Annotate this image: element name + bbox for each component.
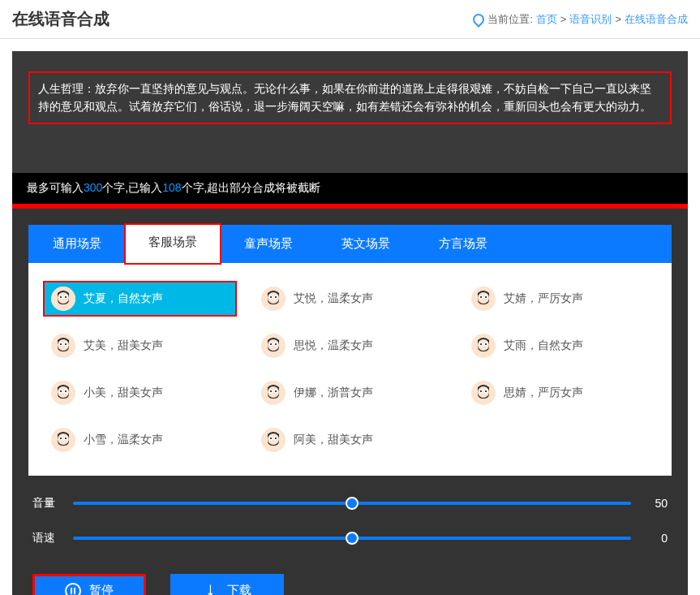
page-title: 在线语音合成 bbox=[12, 8, 110, 30]
volume-slider[interactable] bbox=[73, 502, 631, 505]
breadcrumb-category[interactable]: 语音识别 bbox=[569, 12, 612, 27]
speed-slider-row: 语速 0 bbox=[32, 531, 668, 545]
breadcrumb-current[interactable]: 在线语音合成 bbox=[625, 12, 688, 27]
svg-point-5 bbox=[65, 296, 67, 298]
voice-option-3[interactable]: 艾美，甜美女声 bbox=[43, 328, 237, 364]
text-input-area[interactable]: 人生哲理：放弃你一直坚持的意见与观点。无论什么事，如果在你前进的道路上走得很艰难… bbox=[12, 51, 688, 173]
avatar-icon bbox=[261, 287, 286, 311]
tab-dialect[interactable]: 方言场景 bbox=[414, 225, 512, 263]
tab-child[interactable]: 童声场景 bbox=[220, 225, 317, 263]
speed-thumb[interactable] bbox=[346, 532, 359, 545]
download-button[interactable]: ⭳ 下载 bbox=[170, 574, 284, 595]
voice-label: 艾美，甜美女声 bbox=[84, 338, 163, 353]
svg-point-59 bbox=[65, 438, 67, 439]
svg-point-23 bbox=[65, 343, 67, 345]
svg-point-29 bbox=[275, 343, 277, 345]
tab-service[interactable]: 客服场景 bbox=[124, 223, 221, 265]
volume-label: 音量 bbox=[32, 496, 61, 511]
tab-english[interactable]: 英文场景 bbox=[317, 225, 414, 263]
voice-option-0[interactable]: 艾夏，自然女声 bbox=[43, 281, 237, 317]
svg-point-52 bbox=[480, 390, 482, 392]
speed-label: 语速 bbox=[32, 531, 61, 545]
pause-button[interactable]: 暂停 bbox=[32, 574, 146, 595]
avatar-icon bbox=[261, 428, 286, 452]
volume-value: 50 bbox=[643, 497, 668, 510]
voice-option-8[interactable]: 思婧，严厉女声 bbox=[463, 375, 657, 411]
avatar-icon bbox=[51, 381, 75, 405]
voice-label: 思婧，严厉女声 bbox=[504, 386, 583, 400]
avatar-icon bbox=[471, 381, 496, 405]
current-chars: 108 bbox=[162, 181, 181, 194]
svg-point-10 bbox=[270, 296, 272, 298]
voice-option-7[interactable]: 伊娜，浙普女声 bbox=[253, 375, 447, 411]
svg-point-4 bbox=[60, 296, 62, 298]
location-icon bbox=[470, 11, 487, 28]
voice-label: 思悦，温柔女声 bbox=[294, 338, 373, 353]
avatar-icon bbox=[261, 381, 286, 405]
voice-label: 阿美，甜美女声 bbox=[294, 433, 373, 447]
svg-point-46 bbox=[270, 390, 272, 392]
svg-point-22 bbox=[60, 343, 62, 345]
voice-label: 艾悦，温柔女声 bbox=[294, 291, 373, 306]
avatar-icon bbox=[261, 334, 286, 358]
breadcrumb-home[interactable]: 首页 bbox=[536, 12, 557, 27]
svg-point-64 bbox=[270, 438, 272, 439]
svg-point-47 bbox=[275, 390, 277, 392]
svg-point-58 bbox=[60, 438, 62, 439]
voice-option-10[interactable]: 阿美，甜美女声 bbox=[253, 422, 447, 458]
voice-option-4[interactable]: 思悦，温柔女声 bbox=[253, 328, 447, 364]
svg-point-34 bbox=[480, 343, 482, 345]
svg-point-11 bbox=[275, 296, 277, 298]
avatar-icon bbox=[471, 287, 496, 311]
svg-point-53 bbox=[485, 390, 487, 392]
tab-general[interactable]: 通用场景 bbox=[28, 225, 126, 263]
voice-label: 艾雨，自然女声 bbox=[504, 338, 583, 353]
voice-label: 艾婧，严厉女声 bbox=[504, 291, 583, 306]
voice-label: 艾夏，自然女声 bbox=[84, 291, 163, 306]
pause-label: 暂停 bbox=[89, 583, 114, 595]
text-content[interactable]: 人生哲理：放弃你一直坚持的意见与观点。无论什么事，如果在你前进的道路上走得很艰难… bbox=[28, 71, 672, 124]
svg-point-35 bbox=[485, 343, 487, 345]
svg-point-41 bbox=[65, 390, 67, 392]
voice-option-5[interactable]: 艾雨，自然女声 bbox=[463, 328, 657, 364]
voice-label: 小雪，温柔女声 bbox=[84, 433, 163, 447]
svg-point-40 bbox=[60, 390, 62, 392]
scene-tabs: 通用场景 客服场景 童声场景 英文场景 方言场景 bbox=[28, 225, 672, 263]
svg-point-65 bbox=[275, 438, 277, 439]
voice-option-1[interactable]: 艾悦，温柔女声 bbox=[253, 281, 447, 317]
avatar-icon bbox=[51, 428, 75, 452]
voice-label: 伊娜，浙普女声 bbox=[294, 386, 373, 400]
voice-option-9[interactable]: 小雪，温柔女声 bbox=[43, 422, 237, 458]
speed-slider[interactable] bbox=[73, 537, 631, 540]
voice-label: 小美，甜美女声 bbox=[84, 386, 163, 400]
avatar-icon bbox=[51, 287, 75, 311]
volume-thumb[interactable] bbox=[346, 497, 359, 510]
volume-slider-row: 音量 50 bbox=[32, 496, 668, 511]
breadcrumb-label: 当前位置: bbox=[487, 12, 533, 27]
pause-icon bbox=[65, 583, 81, 595]
speed-value: 0 bbox=[643, 532, 668, 545]
avatar-icon bbox=[471, 334, 496, 358]
voice-option-2[interactable]: 艾婧，严厉女声 bbox=[463, 281, 657, 317]
svg-point-28 bbox=[270, 343, 272, 345]
download-label: 下载 bbox=[227, 583, 251, 595]
voice-option-6[interactable]: 小美，甜美女声 bbox=[43, 375, 237, 411]
breadcrumb: 当前位置: 首页 > 语音识别 > 在线语音合成 bbox=[473, 12, 688, 27]
svg-point-17 bbox=[485, 296, 487, 298]
max-chars: 300 bbox=[84, 181, 102, 194]
svg-point-16 bbox=[480, 296, 482, 298]
download-icon: ⭳ bbox=[203, 583, 219, 595]
voice-selection-panel: 艾夏，自然女声艾悦，温柔女声艾婧，严厉女声艾美，甜美女声思悦，温柔女声艾雨，自然… bbox=[28, 263, 672, 476]
character-counter: 最多可输入300个字,已输入108个字,超出部分合成将被截断 bbox=[12, 173, 688, 204]
avatar-icon bbox=[51, 334, 75, 358]
